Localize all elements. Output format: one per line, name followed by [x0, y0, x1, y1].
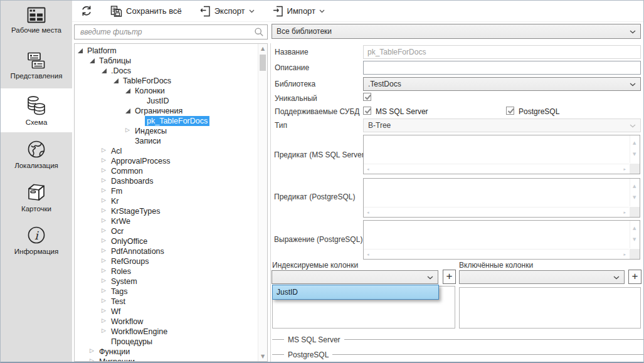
add-indexed-column-button[interactable]: + [443, 270, 456, 284]
expander-closed-icon[interactable] [101, 266, 109, 276]
expander-closed-icon[interactable] [101, 186, 109, 196]
tree-node-pk_TableForDocs[interactable]: pk_TableForDocs [75, 116, 256, 126]
expander-open-icon[interactable] [113, 76, 121, 86]
name-input[interactable] [363, 45, 641, 59]
tree-node-Wf[interactable]: Wf [75, 307, 256, 317]
expander-closed-icon[interactable] [101, 297, 109, 307]
tree-node-Функции[interactable]: Функции [75, 347, 256, 357]
tree-node-TableForDocs[interactable]: TableForDocs [75, 76, 256, 86]
expander-closed-icon[interactable] [101, 196, 109, 206]
expander-closed-icon[interactable] [101, 307, 109, 317]
included-columns-list[interactable] [459, 287, 641, 329]
library-select[interactable]: .TestDocs [363, 77, 641, 91]
tree-node-WorkflowEngine[interactable]: WorkflowEngine [75, 327, 256, 337]
tree-node-Индексы[interactable]: Индексы [75, 126, 256, 136]
tree-node-Ocr[interactable]: Ocr [75, 226, 256, 236]
scroll-down-icon[interactable]: ▼ [633, 152, 636, 157]
description-input[interactable] [363, 61, 641, 75]
tree-node-Процедуры[interactable]: Процедуры [75, 337, 256, 347]
expander-closed-icon[interactable] [101, 156, 109, 166]
scroll-left-icon[interactable]: ◂ [367, 167, 369, 172]
predicate-postgres-textarea[interactable]: ▲ ▼ ◂ ▸ [363, 178, 640, 218]
tree-node-JustID[interactable]: JustID [75, 96, 256, 106]
expander-closed-icon[interactable] [101, 206, 109, 216]
tree-node-Test[interactable]: Test [75, 297, 256, 307]
tree-node-ApprovalProcess[interactable]: ApprovalProcess [75, 156, 256, 166]
horizontal-scrollbar[interactable]: ◂ ▸ [364, 249, 629, 259]
horizontal-scrollbar[interactable]: ◂ ▸ [364, 207, 629, 217]
scrollbar-thumb[interactable] [260, 55, 266, 71]
tree-node-Ограничения[interactable]: Ограничения [75, 106, 256, 116]
expander-closed-icon[interactable] [101, 236, 109, 246]
tree-node-Fm[interactable]: Fm [75, 186, 256, 196]
tree-node-Workflow[interactable]: Workflow [75, 317, 256, 327]
sidebar-item-workplaces[interactable]: Рабочие места [1, 2, 72, 38]
indexed-columns-select[interactable] [272, 270, 438, 284]
expander-open-icon[interactable] [125, 106, 133, 116]
horizontal-scrollbar[interactable]: ◂ ▸ [364, 164, 629, 174]
expander-closed-icon[interactable] [101, 226, 109, 236]
sidebar-item-information[interactable]: i Информация [1, 223, 72, 258]
tree-node-KrWe[interactable]: KrWe [75, 216, 256, 226]
sidebar-item-schema[interactable]: Схема [1, 88, 72, 132]
indexed-columns-dropdown-item[interactable]: JustID [272, 285, 439, 300]
expander-closed-icon[interactable] [89, 357, 97, 362]
unique-checkbox[interactable] [363, 93, 371, 101]
expander-closed-icon[interactable] [101, 256, 109, 266]
tree-node-Tags[interactable]: Tags [75, 287, 256, 297]
expander-open-icon[interactable] [125, 86, 133, 96]
scroll-up-icon[interactable]: ▲ [633, 226, 636, 231]
tree-node-Roles[interactable]: Roles [75, 266, 256, 276]
tree-node-Таблицы[interactable]: Таблицы [75, 56, 256, 66]
add-included-column-button[interactable]: + [628, 270, 641, 284]
export-button[interactable]: Экспорт [199, 6, 255, 17]
sidebar-item-views[interactable]: Представления [1, 50, 72, 82]
tree-node-Записи[interactable]: Записи [75, 136, 256, 146]
expander-closed-icon[interactable] [101, 327, 109, 337]
sidebar-item-localization[interactable]: Локализация [1, 138, 72, 171]
scroll-down-icon[interactable]: ▼ [633, 237, 636, 242]
tree-node-Миграции[interactable]: Миграции [75, 357, 256, 362]
scroll-right-icon[interactable]: ▸ [623, 167, 626, 172]
vertical-scrollbar[interactable]: ▲ ▼ [630, 221, 640, 248]
save-all-button[interactable]: Сохранить всё [110, 6, 182, 17]
expander-closed-icon[interactable] [101, 166, 109, 176]
vertical-scrollbar[interactable]: ▲ ▼ [630, 179, 640, 206]
postgres-checkbox[interactable] [506, 107, 514, 115]
scroll-up-icon[interactable]: ▲ [258, 46, 267, 51]
scroll-up-icon[interactable]: ▲ [633, 184, 636, 189]
expander-open-icon[interactable] [101, 66, 109, 76]
expander-closed-icon[interactable] [101, 146, 109, 156]
tree-node-Platform[interactable]: Platform [75, 46, 256, 56]
tree-node-Kr[interactable]: Kr [75, 196, 256, 206]
expander-open-icon[interactable] [89, 56, 97, 66]
scroll-up-icon[interactable]: ▲ [633, 140, 636, 145]
predicate-mssql-textarea[interactable]: ▲ ▼ ◂ ▸ [363, 135, 640, 174]
refresh-button[interactable] [80, 5, 93, 17]
mssql-checkbox[interactable] [363, 107, 371, 115]
tree-scrollbar[interactable]: ▲ ▼ [258, 44, 267, 361]
vertical-scrollbar[interactable]: ▲ ▼ [630, 135, 640, 163]
tree-node-RefGroups[interactable]: RefGroups [75, 256, 256, 266]
tree-node-PdfAnnotations[interactable]: PdfAnnotations [75, 246, 256, 256]
scroll-down-icon[interactable]: ▼ [633, 195, 636, 200]
tree-node-OnlyOffice[interactable]: OnlyOffice [75, 236, 256, 246]
import-button[interactable]: Импорт [272, 6, 325, 17]
expander-open-icon[interactable] [77, 46, 85, 56]
expander-closed-icon[interactable] [101, 246, 109, 256]
expander-closed-icon[interactable] [101, 216, 109, 226]
tree-node-KrStageTypes[interactable]: KrStageTypes [75, 206, 256, 216]
sidebar-item-cards[interactable]: Карточки [1, 181, 72, 214]
tree-node-.Docs[interactable]: .Docs [75, 66, 256, 76]
tree-node-Колонки[interactable]: Колонки [75, 86, 256, 96]
filter-input[interactable] [74, 24, 268, 39]
expression-postgres-textarea[interactable]: ▲ ▼ ◂ ▸ [363, 220, 640, 260]
scroll-right-icon[interactable]: ▸ [623, 210, 626, 215]
expander-closed-icon[interactable] [89, 347, 97, 357]
scroll-left-icon[interactable]: ◂ [367, 210, 369, 215]
type-select[interactable]: B-Tree [363, 118, 641, 132]
expander-closed-icon[interactable] [125, 126, 133, 136]
scroll-down-icon[interactable]: ▼ [258, 354, 267, 359]
tree-node-Dashboards[interactable]: Dashboards [75, 176, 256, 186]
expander-closed-icon[interactable] [101, 276, 109, 287]
